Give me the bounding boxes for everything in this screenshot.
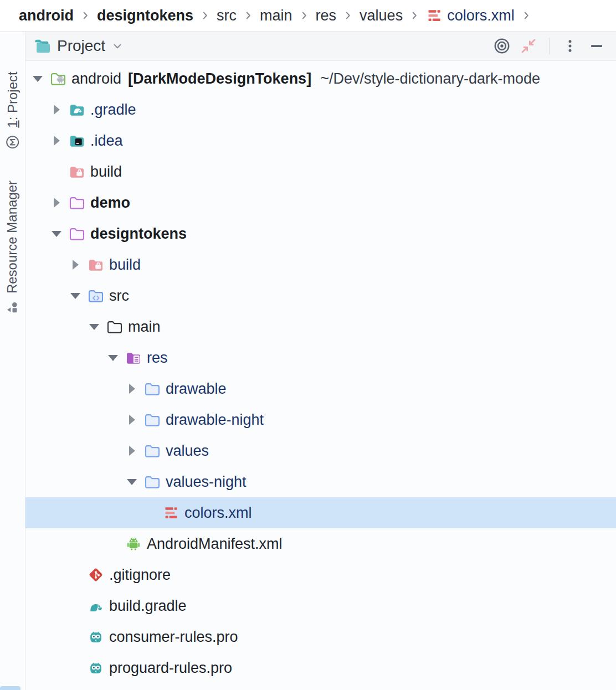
tree-row-proguard-rules.pro[interactable]: proguard-rules.pro	[25, 652, 616, 683]
tree-row-src[interactable]: src	[25, 280, 616, 311]
expand-toggle[interactable]	[125, 479, 138, 485]
hide-panel-button[interactable]	[586, 35, 607, 56]
tree-item-label[interactable]: src	[109, 287, 129, 305]
tree-row-main[interactable]: main	[25, 311, 616, 342]
tree-item-label[interactable]: demo	[90, 194, 130, 212]
tree-item-label[interactable]: build	[90, 163, 122, 181]
tool-stripe-button-1-project[interactable]: 1: Project	[0, 65, 25, 156]
resource-folder-icon	[144, 381, 161, 397]
project-folders-icon	[33, 38, 52, 54]
expand-toggle[interactable]	[125, 446, 138, 456]
tree-row-res[interactable]: res	[25, 342, 616, 373]
proguard-file-icon	[88, 660, 104, 676]
expand-toggle[interactable]	[50, 136, 63, 146]
android-module-folder-icon	[50, 71, 66, 86]
collapse-all-button[interactable]	[518, 35, 539, 56]
res-folder-icon	[125, 350, 142, 365]
module-folder-icon	[69, 195, 85, 210]
chevron-right-icon	[298, 9, 310, 22]
tree-row-build[interactable]: build	[25, 156, 616, 187]
resource-folder-icon	[144, 443, 161, 459]
breadcrumb-item-src[interactable]: src	[217, 7, 237, 24]
breadcrumb: androiddesigntokenssrcmainresvaluescolor…	[0, 0, 616, 32]
breadcrumb-item-android[interactable]: android	[19, 7, 74, 24]
tree-row-values-night[interactable]: values-night	[25, 466, 616, 497]
tree-item-label[interactable]: build.gradle	[109, 598, 187, 615]
expand-toggle[interactable]	[88, 324, 101, 330]
tree-row-.gradle[interactable]: .gradle	[25, 94, 616, 125]
tree-item-label[interactable]: build	[109, 256, 141, 274]
tree-row-demo[interactable]: demo	[25, 187, 616, 218]
plain-folder-icon	[106, 319, 123, 334]
breadcrumb-item-designtokens[interactable]: designtokens	[97, 7, 193, 24]
tool-stripe-button-resource-manager[interactable]: Resource Manager	[0, 178, 25, 317]
tree-row-build[interactable]: build	[25, 249, 616, 280]
tree-item-label[interactable]: designtokens	[90, 225, 187, 243]
breadcrumb-label: values	[360, 7, 403, 24]
xml-file-icon	[163, 505, 179, 521]
tree-item-label[interactable]: values	[166, 442, 209, 460]
breadcrumb-label: res	[316, 7, 337, 24]
tree-item-label[interactable]: proguard-rules.pro	[109, 660, 232, 677]
tree-item-label[interactable]: main	[128, 318, 161, 336]
expand-toggle[interactable]	[50, 105, 63, 115]
tree-item-label[interactable]: .gitignore	[109, 567, 171, 584]
expand-toggle[interactable]	[106, 355, 120, 361]
tree-row-build.gradle[interactable]: build.gradle	[25, 590, 616, 621]
tree-item-label[interactable]: AndroidManifest.xml	[147, 535, 283, 553]
tree-row-consumer-rules.pro[interactable]: consumer-rules.pro	[25, 621, 616, 652]
target-icon	[492, 37, 511, 55]
main-area: 1: ProjectResource Manager Project andro…	[0, 32, 616, 690]
tree-item-label[interactable]: drawable-night	[166, 411, 264, 429]
chevron-down-icon	[110, 39, 125, 53]
tree-row-values[interactable]: values	[25, 435, 616, 466]
chevron-right-icon	[242, 9, 254, 22]
tree-item-label[interactable]: consumer-rules.pro	[109, 629, 238, 646]
tree-item-label[interactable]: .gradle	[90, 101, 136, 119]
project-panel: Project android[DarkModeDesignTokens]~/D…	[25, 32, 616, 690]
expand-toggle[interactable]	[31, 76, 44, 82]
expand-toggle[interactable]	[125, 415, 138, 425]
more-options-button[interactable]	[559, 35, 581, 56]
collapse-icon	[520, 37, 537, 55]
tree-row-android[interactable]: android[DarkModeDesignTokens]~/Dev/style…	[25, 63, 616, 94]
tree-row-colors.xml[interactable]: colors.xml	[25, 497, 616, 528]
git-icon	[88, 567, 104, 583]
tree-item-label[interactable]: drawable	[166, 380, 227, 398]
chevron-right-icon	[342, 9, 354, 22]
breadcrumb-item-colors.xml[interactable]: colors.xml	[426, 7, 515, 24]
tree-item-label[interactable]: colors.xml	[184, 504, 252, 522]
tree-row-drawable[interactable]: drawable	[25, 373, 616, 404]
tool-stripe-label: Resource Manager	[5, 181, 20, 293]
tool-window-stripe: 1: ProjectResource Manager	[0, 32, 25, 690]
breadcrumb-item-values[interactable]: values	[360, 7, 403, 24]
module-folder-icon	[69, 226, 85, 241]
idea-folder-icon	[69, 133, 85, 148]
tree-row-designtokens[interactable]: designtokens	[25, 218, 616, 249]
tree-row-drawable-night[interactable]: drawable-night	[25, 404, 616, 435]
project-tree: android[DarkModeDesignTokens]~/Dev/style…	[25, 61, 616, 690]
tree-item-label[interactable]: android	[71, 70, 121, 87]
tree-row-.idea[interactable]: .idea	[25, 125, 616, 156]
tree-row-AndroidManifest.xml[interactable]: AndroidManifest.xml	[25, 528, 616, 559]
project-tool-icon	[5, 134, 20, 150]
tree-item-label[interactable]: res	[147, 349, 168, 367]
locate-file-button[interactable]	[491, 35, 512, 56]
tree-item-label[interactable]: .idea	[90, 132, 123, 150]
android-studio-project-view: androiddesigntokenssrcmainresvaluescolor…	[0, 0, 616, 690]
breadcrumb-label: main	[260, 7, 292, 24]
chevron-right-icon	[199, 9, 211, 22]
expand-toggle[interactable]	[50, 198, 63, 208]
tree-item-label[interactable]: values-night	[166, 473, 247, 491]
stripe-active-indicator	[0, 686, 20, 690]
expand-toggle[interactable]	[69, 260, 82, 270]
android-robot-icon	[125, 536, 142, 552]
expand-toggle[interactable]	[125, 384, 138, 394]
kebab-icon	[562, 38, 578, 54]
expand-toggle[interactable]	[50, 231, 63, 237]
breadcrumb-item-main[interactable]: main	[260, 7, 292, 24]
expand-toggle[interactable]	[69, 293, 82, 299]
breadcrumb-item-res[interactable]: res	[316, 7, 337, 24]
project-view-selector[interactable]: Project	[33, 37, 125, 55]
tree-row-.gitignore[interactable]: .gitignore	[25, 559, 616, 590]
